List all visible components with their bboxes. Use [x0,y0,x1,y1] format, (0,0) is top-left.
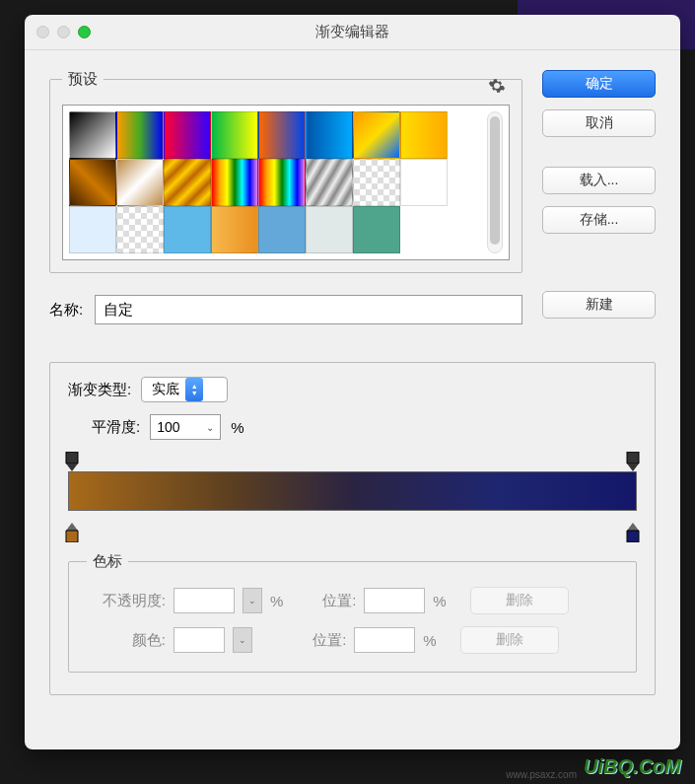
ok-button[interactable]: 确定 [542,70,656,98]
presets-fieldset: 预设 [49,70,522,273]
name-input[interactable] [95,295,522,324]
preset-swatch[interactable] [211,206,258,253]
preset-swatch[interactable] [69,206,116,253]
preset-swatch[interactable] [211,159,258,206]
gradient-type-value: 实底 [152,381,179,398]
load-button[interactable]: 载入... [542,167,656,194]
preset-swatch-grid [69,111,481,253]
color-position-pct: % [423,632,436,649]
preset-swatch[interactable] [164,111,211,159]
gear-icon[interactable] [488,77,506,95]
titlebar: 渐变编辑器 [25,15,680,50]
updown-icon: ▲▼ [185,378,203,401]
smoothness-input[interactable]: 100 ⌄ [150,414,221,440]
opacity-stop-left[interactable] [64,452,80,467]
preset-swatch[interactable] [211,111,258,159]
delete-opacity-stop-button[interactable]: 删除 [470,587,569,614]
preset-swatch[interactable] [258,159,306,206]
opacity-position-input[interactable] [364,588,425,613]
name-label: 名称: [49,301,83,320]
gradient-ramp[interactable] [68,452,637,538]
preset-swatch[interactable] [164,159,211,206]
preset-swatch[interactable] [400,159,448,206]
preset-swatch[interactable] [258,206,306,253]
preset-scrollbar[interactable] [487,111,503,253]
preset-swatch[interactable] [116,159,164,206]
opacity-input[interactable] [174,588,235,613]
color-position-input[interactable] [354,627,415,653]
stops-legend: 色标 [87,552,128,571]
gradient-type-select[interactable]: 实底 ▲▼ [141,377,228,402]
opacity-stop-right[interactable] [625,452,641,467]
cancel-button[interactable]: 取消 [542,109,656,137]
preset-swatch[interactable] [258,111,306,159]
chevron-down-icon: ⌄ [206,422,214,433]
color-stop-left[interactable] [64,523,80,538]
smoothness-label: 平滑度: [92,418,140,437]
preset-swatch[interactable] [353,206,400,253]
stops-fieldset: 色标 不透明度: ⌄ % 位置: % 删除 颜色: ⌄ % 位置: [68,552,637,673]
gradient-bar[interactable] [68,471,637,511]
gradient-fieldset: 渐变类型: 实底 ▲▼ 平滑度: 100 ⌄ % [49,362,656,695]
preset-swatch[interactable] [116,206,164,253]
preset-swatch[interactable] [400,111,448,159]
opacity-position-label: 位置: [309,592,356,610]
preset-swatch[interactable] [164,206,211,253]
color-position-label: 位置: [299,631,346,650]
color-well[interactable] [174,627,225,653]
gradient-editor-dialog: 渐变编辑器 预设 名称: 确定 取消 载入... [25,15,680,749]
watermark-sub: www.psaxz.com [506,769,577,780]
presets-legend: 预设 [62,70,104,89]
save-button[interactable]: 存储... [542,206,656,234]
preset-swatch[interactable] [306,111,353,159]
watermark: UiBQ.CoM [584,755,681,778]
opacity-label: 不透明度: [87,592,166,610]
opacity-position-pct: % [433,593,446,609]
preset-swatch[interactable] [69,111,116,159]
delete-color-stop-button[interactable]: 删除 [460,626,559,654]
percent-label: % [231,419,243,436]
new-button[interactable]: 新建 [542,291,656,319]
preset-swatch[interactable] [306,206,353,253]
preset-swatch[interactable] [353,111,400,159]
gradient-type-label: 渐变类型: [68,381,131,399]
color-dropdown-icon[interactable]: ⌄ [233,627,252,653]
preset-swatch[interactable] [116,111,164,159]
preset-swatch[interactable] [353,159,400,206]
opacity-pct: % [270,593,283,609]
preset-swatch[interactable] [69,159,116,206]
window-title: 渐变编辑器 [25,23,680,41]
preset-swatch[interactable] [306,159,353,206]
smoothness-value: 100 [157,419,179,435]
opacity-dropdown-icon[interactable]: ⌄ [243,588,262,613]
color-label: 颜色: [87,631,166,650]
color-stop-right[interactable] [625,523,641,538]
